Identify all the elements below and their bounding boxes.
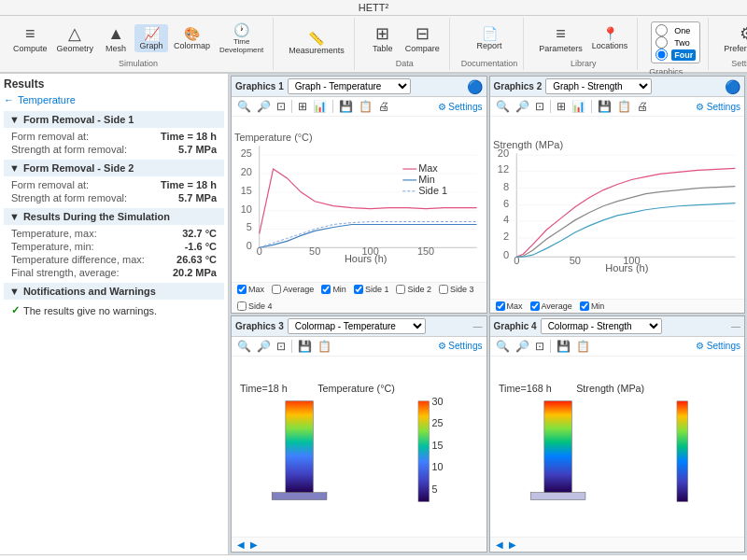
notifications-header[interactable]: ▼ Notifications and Warnings <box>4 283 224 300</box>
preferences-button[interactable]: ⚙ Preferences <box>720 21 747 55</box>
chk-avg-1[interactable]: Average <box>272 285 314 294</box>
form-removal-side2-header[interactable]: ▼ Form Removal - Side 2 <box>4 160 224 176</box>
gfx-one-radio[interactable] <box>655 24 668 36</box>
chk-side1-1[interactable]: Side 1 <box>354 285 389 294</box>
compute-button[interactable]: ≡ Compute <box>9 22 51 55</box>
gfx3-sync-icon[interactable]: — <box>473 321 483 331</box>
chk-avg-input-1[interactable] <box>272 285 281 294</box>
chk-side3-input-1[interactable] <box>439 285 448 294</box>
chk-side3-1[interactable]: Side 3 <box>439 285 474 294</box>
copy-btn-1[interactable]: 📋 <box>357 99 374 114</box>
mesh-button[interactable]: ▲ Mesh <box>99 22 133 55</box>
export-btn-2[interactable]: 💾 <box>596 99 613 114</box>
chart-view-btn-2[interactable]: 📊 <box>570 99 587 114</box>
fr2-value2: 5.7 MPa <box>178 192 217 203</box>
zoom-out-btn-2[interactable]: 🔎 <box>514 99 531 114</box>
gfx2-dropdown[interactable]: Graph - Strength <box>545 78 652 94</box>
zoom-out-btn-3[interactable]: 🔎 <box>255 339 273 354</box>
chk-side1-input-1[interactable] <box>354 285 363 294</box>
zoom-in-btn-1[interactable]: 🔍 <box>235 99 253 114</box>
gfx4-nav-left[interactable]: ◀ <box>494 539 505 551</box>
svg-text:Hours (h): Hours (h) <box>345 253 387 264</box>
chk-side4-input-1[interactable] <box>237 301 247 311</box>
gfx2-sync-icon[interactable]: 🔵 <box>725 79 740 94</box>
colormap-button[interactable]: 🎨 Colormap <box>170 24 214 52</box>
back-arrow-icon: ← <box>4 94 14 105</box>
table-view-btn-1[interactable]: ⊞ <box>296 99 309 114</box>
copy-btn-3[interactable]: 📋 <box>316 339 333 354</box>
gfx2-settings-btn[interactable]: ⚙ Settings <box>696 102 740 112</box>
compare-button[interactable]: ⊟ Compare <box>402 21 444 55</box>
gfx4-settings-btn[interactable]: ⚙ Settings <box>696 341 740 351</box>
gfx-two-radio[interactable] <box>655 36 668 49</box>
time-dev-button[interactable]: 🕐 TimeDevelopment <box>216 21 267 56</box>
measurements-button[interactable]: 📏 Measurements <box>285 29 348 57</box>
geometry-button[interactable]: △ Geometry <box>53 21 98 55</box>
zoom-fit-btn-3[interactable]: ⊡ <box>275 339 288 354</box>
form-removal-side1-header[interactable]: ▼ Form Removal - Side 1 <box>4 111 224 128</box>
chk-avg-input-2[interactable] <box>530 301 540 311</box>
gfx3-dropdown[interactable]: Colormap - Temperature <box>288 318 426 334</box>
chk-avg-2[interactable]: Average <box>530 301 572 311</box>
documentation-group-label: Documentation <box>461 57 518 68</box>
gfx4-dropdown[interactable]: Colormap - Strength <box>541 318 662 334</box>
gfx3-nav: ◀ ▶ <box>232 537 486 552</box>
zoom-in-btn-2[interactable]: 🔍 <box>494 99 512 114</box>
chk-min-input-2[interactable] <box>580 301 589 311</box>
zoom-in-btn-3[interactable]: 🔍 <box>235 339 253 354</box>
gfx1-sync-icon[interactable]: 🔵 <box>467 79 483 94</box>
svg-text:5: 5 <box>432 483 438 494</box>
zoom-fit-btn-2[interactable]: ⊡ <box>533 99 546 114</box>
chk-max-input-2[interactable] <box>496 301 505 311</box>
gfx1-footer: Max Average Min Side 1 Side 2 Side 3 Sid… <box>232 282 486 313</box>
chk-max-2[interactable]: Max <box>496 301 523 311</box>
graph-icon: 📈 <box>144 26 160 41</box>
copy-btn-2[interactable]: 📋 <box>615 99 633 114</box>
zoom-out-btn-1[interactable]: 🔎 <box>255 99 273 114</box>
chk-side2-1[interactable]: Side 2 <box>396 285 431 294</box>
report-button[interactable]: 📄 Report <box>472 24 506 52</box>
zoom-fit-btn-1[interactable]: ⊡ <box>275 99 288 114</box>
temperature-breadcrumb[interactable]: ← Temperature <box>4 94 224 105</box>
gfx4-toolbar: 🔍 🔎 ⊡ 💾 📋 ⚙ Settings <box>490 337 745 357</box>
chk-min-2[interactable]: Min <box>580 301 605 311</box>
gfx-four-option[interactable]: Four <box>671 49 696 61</box>
locations-label: Locations <box>592 41 628 50</box>
gfx3-settings-btn[interactable]: ⚙ Settings <box>438 341 483 351</box>
simulation-buttons: ≡ Compute △ Geometry ▲ Mesh 📈 Graph 🎨 Co… <box>9 20 267 57</box>
gfx-four-radio[interactable] <box>655 49 668 61</box>
print-btn-2[interactable]: 🖨 <box>635 99 650 114</box>
chk-max-1[interactable]: Max <box>237 285 264 294</box>
chk-max-input-1[interactable] <box>237 285 247 294</box>
export-btn-1[interactable]: 💾 <box>337 99 355 114</box>
gfx-one-option[interactable]: One <box>671 25 693 36</box>
zoom-in-btn-4[interactable]: 🔍 <box>494 339 512 354</box>
gfx-two-option[interactable]: Two <box>671 37 693 49</box>
chart-view-btn-1[interactable]: 📊 <box>311 99 329 114</box>
chk-min-input-1[interactable] <box>321 285 331 294</box>
table-button[interactable]: ⊞ Table <box>366 21 400 55</box>
gfx1-dropdown[interactable]: Graph - Temperature <box>288 78 411 94</box>
svg-text:Max: Max <box>418 162 438 174</box>
colormap-temp-chart: Time=18 h Temperature (°C) <box>235 360 483 534</box>
chk-side4-1[interactable]: Side 4 <box>237 301 273 311</box>
chk-min-1[interactable]: Min <box>321 285 346 294</box>
gfx3-nav-left[interactable]: ◀ <box>235 539 247 551</box>
zoom-out-btn-4[interactable]: 🔎 <box>514 339 531 354</box>
zoom-fit-btn-4[interactable]: ⊡ <box>533 339 546 354</box>
gfx4-sync-icon[interactable]: — <box>731 321 740 331</box>
table-view-btn-2[interactable]: ⊞ <box>555 99 568 114</box>
gfx1-settings-btn[interactable]: ⚙ Settings <box>438 102 483 112</box>
gfx3-nav-right[interactable]: ▶ <box>248 539 260 551</box>
copy-btn-4[interactable]: 📋 <box>574 339 592 354</box>
strength-avg-row: Final strength, average: 20.2 MPa <box>4 266 224 279</box>
parameters-button[interactable]: ≡ Parameters <box>535 22 586 55</box>
graph-button[interactable]: 📈 Graph <box>134 24 168 52</box>
chk-side2-input-1[interactable] <box>396 285 405 294</box>
export-btn-4[interactable]: 💾 <box>555 339 572 354</box>
export-btn-3[interactable]: 💾 <box>296 339 314 354</box>
gfx4-nav-right[interactable]: ▶ <box>507 539 518 551</box>
locations-button[interactable]: 📍 Locations <box>588 24 632 52</box>
results-during-header[interactable]: ▼ Results During the Simulation <box>4 208 224 225</box>
print-btn-1[interactable]: 🖨 <box>376 99 391 114</box>
